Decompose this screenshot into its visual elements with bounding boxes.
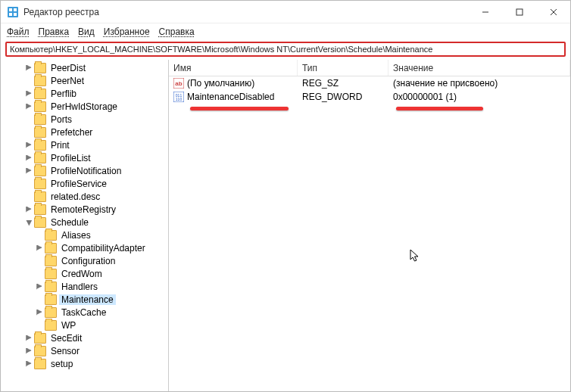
folder-icon <box>34 346 46 356</box>
chevron-right-icon[interactable]: ⯈ <box>25 64 33 72</box>
svg-rect-1 <box>9 8 12 11</box>
menu-file[interactable]: Файл <box>7 26 30 37</box>
tree-item-compatibilityadapter[interactable]: ⯈CompatibilityAdapter <box>1 241 168 254</box>
tree-item-label: PeerNet <box>48 76 86 86</box>
folder-icon <box>34 179 46 189</box>
svg-rect-2 <box>14 8 17 11</box>
chevron-right-icon[interactable]: ⯈ <box>25 103 33 110</box>
value-data: 0x00000001 (1) <box>393 92 457 102</box>
tree-item-credwom[interactable]: CredWom <box>1 267 168 280</box>
mouse-cursor-icon <box>410 249 420 266</box>
tree-item-profilenotification[interactable]: ⯈ProfileNotification <box>1 164 168 177</box>
tree-item-sensor[interactable]: ⯈Sensor <box>1 344 168 357</box>
chevron-right-icon[interactable]: ⯈ <box>25 334 33 342</box>
tree-item-label: Ports <box>48 114 74 125</box>
tree-item-perhwidstorage[interactable]: ⯈PerHwIdStorage <box>1 100 168 113</box>
close-button[interactable] <box>536 1 570 23</box>
menu-edit[interactable]: Правка <box>39 26 70 37</box>
maximize-button[interactable] <box>502 1 536 23</box>
chevron-right-icon[interactable]: ⯈ <box>36 309 43 316</box>
tree-item-label: CredWom <box>59 269 105 279</box>
values-body: ab(По умолчанию)REG_SZ(значение не присв… <box>169 76 570 104</box>
value-row[interactable]: ab(По умолчанию)REG_SZ(значение не присв… <box>169 76 570 90</box>
highlight-underline-name <box>190 107 289 110</box>
tree-item-schedule[interactable]: ⯆Schedule <box>1 216 168 229</box>
folder-icon <box>45 307 57 318</box>
tree-item-handlers[interactable]: ⯈Handlers <box>1 280 168 293</box>
column-type[interactable]: Тип <box>298 60 388 76</box>
tree-item-label: Prefetcher <box>48 127 95 138</box>
column-name[interactable]: Имя <box>169 60 298 76</box>
folder-icon <box>34 127 46 138</box>
folder-icon <box>34 63 46 73</box>
tree-item-label: ProfileService <box>48 179 109 189</box>
chevron-right-icon[interactable]: ⯈ <box>25 347 33 355</box>
menu-help[interactable]: Справка <box>159 26 195 37</box>
folder-icon <box>34 166 46 176</box>
tree-item-label: PerHwIdStorage <box>48 101 120 112</box>
chevron-right-icon[interactable]: ⯈ <box>25 167 33 175</box>
chevron-right-icon[interactable]: ⯈ <box>25 360 33 368</box>
svg-rect-6 <box>516 9 523 15</box>
chevron-right-icon[interactable]: ⯈ <box>36 244 43 252</box>
svg-text:110: 110 <box>176 97 183 101</box>
folder-icon <box>45 230 57 241</box>
tree-item-print[interactable]: ⯈Print <box>1 138 168 151</box>
tree-item-maintenance[interactable]: Maintenance <box>1 293 168 306</box>
tree-item-label: Schedule <box>48 217 91 228</box>
folder-icon <box>34 76 46 86</box>
minimize-button[interactable] <box>468 1 502 23</box>
menu-view[interactable]: Вид <box>78 26 95 37</box>
folder-icon <box>45 243 57 254</box>
column-value[interactable]: Значение <box>388 60 570 76</box>
tree-item-label: CompatibilityAdapter <box>59 243 148 254</box>
folder-icon <box>34 359 46 369</box>
tree-item-prefetcher[interactable]: Prefetcher <box>1 126 168 138</box>
chevron-right-icon[interactable]: ⯈ <box>25 154 33 162</box>
tree-item-label: Aliases <box>59 230 93 241</box>
tree-item-profilelist[interactable]: ⯈ProfileList <box>1 151 168 164</box>
tree-item-ports[interactable]: Ports <box>1 113 168 126</box>
tree-item-profileservice[interactable]: ProfileService <box>1 177 168 190</box>
svg-rect-4 <box>14 13 17 16</box>
value-type: REG_SZ <box>302 78 339 89</box>
tree-item-peernet[interactable]: PeerNet <box>1 74 168 87</box>
folder-icon <box>45 294 57 305</box>
tree-view[interactable]: ⯈PeerDistPeerNet⯈Perflib⯈PerHwIdStorageP… <box>1 60 169 392</box>
close-icon <box>550 8 557 16</box>
window-buttons <box>468 1 570 23</box>
chevron-right-icon[interactable]: ⯈ <box>25 90 33 98</box>
tree-item-label: ProfileList <box>48 153 93 163</box>
value-data: (значение не присвоено) <box>393 78 498 89</box>
tree-item-aliases[interactable]: Aliases <box>1 229 168 241</box>
tree-item-label: Maintenance <box>59 294 116 305</box>
value-row[interactable]: 011110MaintenanceDisabledREG_DWORD0x0000… <box>169 90 570 104</box>
tree-item-wp[interactable]: WP <box>1 319 168 331</box>
menu-favorites[interactable]: Избранное <box>104 26 150 37</box>
tree-item-taskcache[interactable]: ⯈TaskCache <box>1 306 168 319</box>
tree-item-label: RemoteRegistry <box>48 204 118 215</box>
tree-item-label: TaskCache <box>59 307 108 318</box>
tree-item-related-desc[interactable]: related.desc <box>1 190 168 203</box>
folder-icon <box>45 282 57 292</box>
chevron-down-icon[interactable]: ⯆ <box>25 219 33 226</box>
addressbar[interactable]: Компьютер\HKEY_LOCAL_MACHINE\SOFTWARE\Mi… <box>5 42 566 57</box>
minimize-icon <box>482 8 489 16</box>
chevron-right-icon[interactable]: ⯈ <box>25 142 33 149</box>
tree-item-label: setup <box>48 359 75 369</box>
tree-item-configuration[interactable]: Configuration <box>1 254 168 267</box>
folder-icon <box>34 89 46 99</box>
tree-item-perflib[interactable]: ⯈Perflib <box>1 87 168 100</box>
chevron-right-icon[interactable]: ⯈ <box>36 283 43 291</box>
folder-icon <box>34 217 46 228</box>
tree-item-setup[interactable]: ⯈setup <box>1 357 168 370</box>
tree-item-secedit[interactable]: ⯈SecEdit <box>1 331 168 344</box>
chevron-right-icon[interactable]: ⯈ <box>25 206 33 213</box>
tree-item-label: Handlers <box>59 282 100 292</box>
folder-icon <box>34 140 46 151</box>
menubar: Файл Правка Вид Избранное Справка <box>1 23 570 40</box>
tree-item-remoteregistry[interactable]: ⯈RemoteRegistry <box>1 203 168 216</box>
values-pane: Имя Тип Значение ab(По умолчанию)REG_SZ(… <box>169 60 570 392</box>
tree-item-peerdist[interactable]: ⯈PeerDist <box>1 61 168 74</box>
regedit-app-icon <box>7 6 19 18</box>
